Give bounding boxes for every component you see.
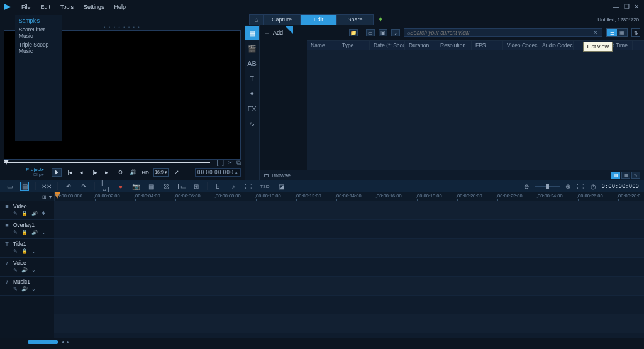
track-ctrl-icon[interactable]: ✎ [13, 211, 18, 216]
flag-icon[interactable] [286, 26, 293, 34]
grid-button[interactable]: ⊞ [192, 182, 201, 191]
chain-button[interactable]: ⛓ [162, 182, 170, 191]
track-ctrl-icon[interactable]: ⌄ [42, 230, 46, 235]
t3d-button[interactable]: T3D [259, 182, 270, 191]
zoom-slider[interactable] [535, 186, 560, 187]
list-view-button[interactable]: ☰ [607, 29, 617, 36]
loop-button[interactable]: ⟲ [116, 168, 125, 177]
record-button[interactable]: ● [116, 182, 125, 191]
clock-icon[interactable]: ◷ [589, 182, 597, 191]
track-ctrl-icon[interactable]: 🔊 [31, 230, 38, 235]
rail-media-icon[interactable]: ▤ [245, 26, 259, 40]
minimize-button[interactable]: — [613, 3, 620, 11]
frame-fwd-button[interactable]: |▸ [91, 168, 99, 177]
subtitle-button[interactable]: T▭ [177, 182, 186, 191]
sort-button[interactable]: ⇅ [631, 28, 640, 37]
track-row[interactable] [54, 201, 644, 220]
scrub-track[interactable] [4, 162, 210, 163]
filter-media-icon[interactable]: ▭ [366, 29, 375, 36]
tab-edit[interactable]: Edit [300, 15, 336, 25]
tree-triplescoop[interactable]: Triple Scoop Music [15, 40, 62, 55]
storyboard-view-button[interactable]: ▭ [5, 182, 14, 191]
play-button[interactable] [52, 168, 62, 177]
track-head-title1[interactable]: TTitle1✎🔒⌄ [0, 239, 54, 258]
col-resolution[interactable]: Resolution [436, 41, 472, 50]
preview-scrubber[interactable]: [ ] ✂ ⧉ [4, 160, 241, 166]
library-content[interactable] [307, 50, 644, 170]
rail-sound-icon[interactable]: 🎬 [245, 42, 259, 55]
track-ctrl-icon[interactable]: 🔊 [31, 211, 38, 216]
snap-toggle[interactable]: ⊞: ▾ [42, 194, 52, 200]
rail-fx-icon[interactable]: FX [245, 102, 259, 116]
track-ctrl-icon[interactable]: ✎ [13, 248, 18, 254]
project-timecode[interactable]: 0:00:00:000 [601, 183, 639, 189]
tree-scorefitter[interactable]: ScoreFitter Music [15, 25, 62, 40]
search-box[interactable]: ⌕ ✕ [404, 28, 602, 37]
track-ctrl-icon[interactable]: ⌄ [31, 286, 36, 292]
rail-transitions-icon[interactable]: AB [245, 57, 259, 70]
menu-tools[interactable]: Tools [55, 2, 79, 12]
hd-button[interactable]: HD [141, 168, 150, 177]
track-row[interactable] [54, 258, 644, 277]
volume-button[interactable]: 🔊 [128, 168, 137, 177]
col-acodec[interactable]: Audio Codec [538, 41, 574, 50]
zoom-knob[interactable] [546, 184, 549, 189]
restore-button[interactable]: ❐ [623, 3, 630, 11]
scrub-playhead[interactable] [4, 160, 9, 165]
frame-back-button[interactable]: ◂| [78, 168, 87, 177]
col-vcodec[interactable]: Video Codec [503, 41, 538, 50]
menu-help[interactable]: Help [109, 2, 131, 12]
fit-button[interactable]: ⛶ [576, 182, 585, 191]
menu-file[interactable]: File [16, 2, 36, 12]
filter-photo-icon[interactable]: ▣ [379, 29, 387, 36]
zoom-out-button[interactable]: ⊖ [522, 182, 531, 191]
col-type[interactable]: Type [338, 41, 370, 50]
track-ctrl-icon[interactable]: 🔊 [21, 286, 28, 292]
motion-track-button[interactable]: ⛶ [244, 182, 253, 191]
tree-samples[interactable]: Samples [15, 16, 62, 25]
search-input[interactable] [410, 30, 592, 36]
track-ctrl-icon[interactable]: ✎ [13, 230, 18, 235]
import-folder-icon[interactable]: 📁 [349, 29, 358, 36]
track-head-music1[interactable]: ♪Music1✎🔊⌄ [0, 277, 54, 296]
auto-music-button[interactable]: ♪ [229, 182, 238, 191]
col-fps[interactable]: FPS [472, 41, 503, 50]
track-ctrl-icon[interactable]: ⌄ [31, 248, 36, 254]
search-clear-button[interactable]: ✕ [592, 30, 599, 36]
rail-title-icon[interactable]: T [245, 72, 259, 86]
layout-1-button[interactable]: ▤ [611, 172, 620, 179]
col-date[interactable]: Date (*: Shooti... [370, 41, 405, 50]
scroll-thumb[interactable] [28, 340, 58, 344]
track-ctrl-icon[interactable]: ✎ [13, 267, 18, 273]
bottom-scrollbar[interactable]: ◂ ▸ [0, 338, 644, 346]
track-row[interactable] [54, 239, 644, 258]
filter-audio-icon[interactable]: ♪ [391, 29, 400, 36]
col-duration[interactable]: Duration [405, 41, 436, 50]
zoom-in-button[interactable]: ⊕ [564, 182, 572, 191]
track-head-overlay1[interactable]: ■Overlay1✎🔒🔊⌄ [0, 220, 54, 239]
playback-mode-clip[interactable]: Clip▾ [4, 172, 44, 177]
scroll-left-icon[interactable]: ◂ [62, 340, 64, 345]
multicam-button[interactable]: ▦ [147, 182, 155, 191]
track-row[interactable] [54, 220, 644, 239]
track-ctrl-icon[interactable]: ✱ [42, 211, 46, 216]
browse-label[interactable]: Browse [272, 172, 291, 179]
redo-button[interactable]: ↷ [79, 182, 88, 191]
ruler-ticks[interactable]: ,00:00:00:000,00:00:02:00,00:00:04:00,00… [54, 192, 644, 201]
mixer-button[interactable]: 🎚 [214, 182, 223, 191]
track-ctrl-icon[interactable]: 🔒 [21, 230, 28, 235]
enlarge-button[interactable]: ⤢ [172, 168, 181, 177]
rail-paths-icon[interactable]: ∿ [245, 117, 259, 131]
track-ctrl-icon[interactable]: ✎ [13, 286, 18, 292]
rail-graphics-icon[interactable]: ✦ [245, 87, 259, 101]
track-head-voice[interactable]: ♪Voice✎🔊⌄ [0, 258, 54, 277]
home-button[interactable]: ⌂ [250, 15, 264, 25]
timeline-view-button[interactable]: ▤ [20, 182, 29, 191]
go-end-button[interactable]: ▸| [103, 168, 112, 177]
timeline-ruler[interactable]: ⊞: ▾ ,00:00:00:000,00:00:02:00,00:00:04:… [0, 192, 644, 201]
undo-button[interactable]: ↶ [64, 182, 73, 191]
track-ctrl-icon[interactable]: 🔊 [21, 267, 28, 273]
snapshot-button[interactable]: 📷 [131, 182, 140, 191]
layout-2-button[interactable]: ▦ [621, 172, 630, 179]
preview-timecode[interactable]: 00 00 00 000 ▴ [195, 168, 241, 177]
